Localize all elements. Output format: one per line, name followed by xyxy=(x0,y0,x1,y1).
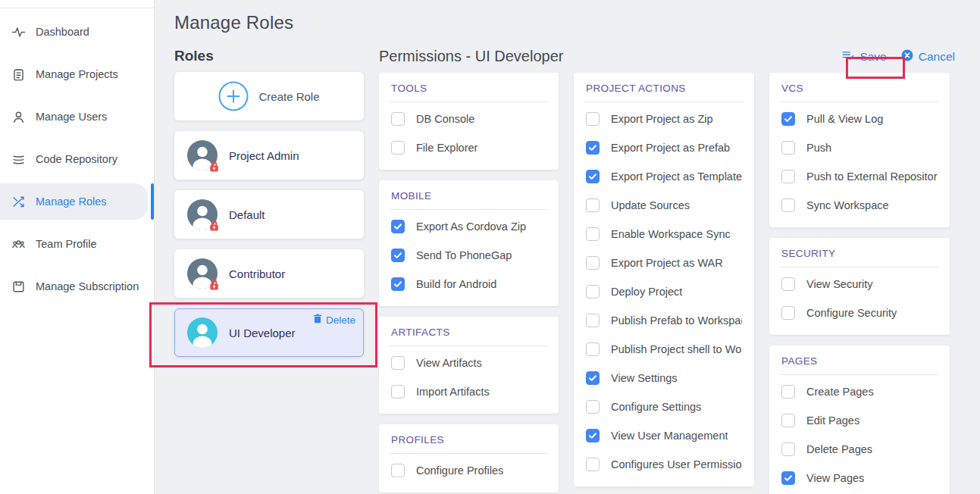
permission-checkbox-row[interactable]: Send To PhoneGap xyxy=(391,241,546,270)
delete-role-button[interactable]: Delete xyxy=(313,314,355,326)
permission-checkbox-row[interactable]: Build for Android xyxy=(391,270,546,299)
shuffle-icon xyxy=(11,195,26,209)
permission-label: Send To PhoneGap xyxy=(416,249,512,261)
checkbox-checked[interactable] xyxy=(586,371,600,385)
checkbox-unchecked[interactable] xyxy=(586,227,600,241)
permission-checkbox-row[interactable]: Configure Settings xyxy=(586,392,742,421)
checkbox-unchecked[interactable] xyxy=(391,464,405,477)
permission-checkbox-row[interactable]: Publish Project shell to Wor... xyxy=(586,335,742,364)
sidebar-item-manage-roles[interactable]: Manage Roles xyxy=(0,180,154,223)
permission-label: Export Project as Zip xyxy=(611,113,713,125)
permission-checkbox-row[interactable]: DB Console xyxy=(391,105,546,133)
role-card-default[interactable]: Default xyxy=(174,190,364,239)
checkbox-unchecked[interactable] xyxy=(781,141,795,155)
permission-group-mobile: MOBILEExport As Cordova ZipSend To Phone… xyxy=(379,180,559,306)
role-card-ui-developer[interactable]: UI DeveloperDelete xyxy=(174,308,364,357)
role-avatar xyxy=(187,140,218,170)
permission-checkbox-row[interactable]: Push to External Repository xyxy=(781,162,938,191)
checkbox-unchecked[interactable] xyxy=(391,385,405,399)
checkbox-unchecked[interactable] xyxy=(781,277,795,291)
roles-heading: Roles xyxy=(174,48,364,64)
save-button-label: Save xyxy=(859,50,886,64)
checkbox-checked[interactable] xyxy=(586,141,600,155)
checkbox-unchecked[interactable] xyxy=(781,170,795,183)
checkbox-checked[interactable] xyxy=(586,429,600,442)
checkbox-unchecked[interactable] xyxy=(781,306,795,320)
checkbox-unchecked[interactable] xyxy=(586,112,600,126)
sidebar-item-label: Manage Projects xyxy=(36,68,118,80)
role-name: Default xyxy=(229,208,265,221)
permissions-column: TOOLSDB ConsoleFile ExplorerMOBILEExport… xyxy=(379,73,559,494)
checkbox-checked[interactable] xyxy=(586,170,600,183)
role-avatar xyxy=(187,317,218,348)
permission-checkbox-row[interactable]: Create Pages xyxy=(781,377,938,406)
sidebar-item-manage-subscription[interactable]: Manage Subscription xyxy=(0,265,154,308)
create-role-button[interactable]: Create Role xyxy=(174,72,364,120)
checkbox-unchecked[interactable] xyxy=(586,285,600,299)
permission-checkbox-row[interactable]: Edit Pages xyxy=(781,406,938,435)
checkbox-unchecked[interactable] xyxy=(586,199,600,212)
permission-checkbox-row[interactable]: Pull & View Log xyxy=(781,105,938,133)
permission-checkbox-row[interactable]: View Settings xyxy=(586,364,742,392)
permission-label: Export As Cordova Zip xyxy=(416,220,526,233)
role-card-contributor[interactable]: Contributor xyxy=(174,249,364,298)
save-button[interactable]: Save xyxy=(841,48,886,65)
role-avatar xyxy=(187,258,218,289)
checkbox-unchecked[interactable] xyxy=(781,385,795,399)
permission-checkbox-row[interactable]: File Explorer xyxy=(391,133,546,162)
permission-checkbox-row[interactable]: Push xyxy=(781,133,938,162)
checkbox-unchecked[interactable] xyxy=(586,400,600,414)
permission-checkbox-row[interactable]: Export Project as Template ... xyxy=(586,162,742,191)
sidebar-item-dashboard[interactable]: Dashboard xyxy=(0,11,154,53)
checkbox-unchecked[interactable] xyxy=(586,256,600,270)
cancel-button[interactable]: Cancel xyxy=(900,48,955,65)
checkbox-unchecked[interactable] xyxy=(391,141,405,155)
sidebar-item-manage-projects[interactable]: Manage Projects xyxy=(0,53,154,95)
checkbox-unchecked[interactable] xyxy=(781,199,795,212)
permission-checkbox-row[interactable]: Update Sources xyxy=(586,191,742,220)
permission-checkbox-row[interactable]: View Artifacts xyxy=(391,349,546,377)
checkbox-unchecked[interactable] xyxy=(391,112,405,126)
permission-checkbox-row[interactable]: View Security xyxy=(781,270,938,299)
permission-checkbox-row[interactable]: View User Management xyxy=(586,421,742,450)
permission-checkbox-row[interactable]: Deploy Project xyxy=(586,277,742,306)
role-name: Project Admin xyxy=(229,149,299,162)
page-title: Manage Roles xyxy=(174,12,955,33)
permission-checkbox-row[interactable]: Configure Security xyxy=(781,299,938,327)
permission-checkbox-row[interactable]: Export As Cordova Zip xyxy=(391,212,546,241)
permission-label: Enable Workspace Sync xyxy=(611,228,731,240)
permission-checkbox-row[interactable]: Configures User Permissions xyxy=(586,450,742,479)
permission-checkbox-row[interactable]: Sync Workspace xyxy=(781,191,938,220)
checkbox-checked[interactable] xyxy=(391,220,405,233)
permission-checkbox-row[interactable]: Export Project as Prefab xyxy=(586,133,742,162)
checkbox-unchecked[interactable] xyxy=(586,458,600,471)
checkbox-unchecked[interactable] xyxy=(586,342,600,356)
permission-checkbox-row[interactable]: Enable Workspace Sync xyxy=(586,220,742,249)
permission-checkbox-row[interactable]: Export Project as Zip xyxy=(586,105,742,133)
permission-checkbox-row[interactable]: Export Project as WAR xyxy=(586,249,742,277)
role-card-project-admin[interactable]: Project Admin xyxy=(174,131,364,180)
checkbox-unchecked[interactable] xyxy=(781,414,795,427)
sidebar-item-manage-users[interactable]: Manage Users xyxy=(0,95,154,138)
permission-label: View Artifacts xyxy=(416,357,482,369)
checkbox-checked[interactable] xyxy=(391,277,405,291)
checkbox-checked[interactable] xyxy=(391,249,405,262)
permission-checkbox-row[interactable]: Import Artifacts xyxy=(391,377,546,406)
checkbox-unchecked[interactable] xyxy=(781,442,795,456)
checkbox-checked[interactable] xyxy=(781,471,795,485)
permission-checkbox-row[interactable]: View Pages xyxy=(781,464,938,492)
checkbox-unchecked[interactable] xyxy=(391,356,405,370)
permission-label: Push xyxy=(806,142,831,154)
lock-icon xyxy=(208,220,220,231)
user-icon xyxy=(11,110,26,124)
sidebar-item-team-profile[interactable]: Team Profile xyxy=(0,223,154,265)
permission-label: Import Artifacts xyxy=(416,386,490,398)
permission-checkbox-row[interactable]: Publish Prefab to Workspace xyxy=(586,306,742,335)
sidebar-item-code-repository[interactable]: Code Repository xyxy=(0,138,154,180)
lock-icon xyxy=(208,279,220,290)
permission-checkbox-row[interactable]: Configure Profiles xyxy=(391,456,546,485)
checkbox-checked[interactable] xyxy=(781,112,795,126)
permission-checkbox-row[interactable]: Delete Pages xyxy=(781,435,938,464)
roles-list: Create RoleProject AdminDefaultContribut… xyxy=(174,72,364,357)
checkbox-unchecked[interactable] xyxy=(586,314,600,327)
